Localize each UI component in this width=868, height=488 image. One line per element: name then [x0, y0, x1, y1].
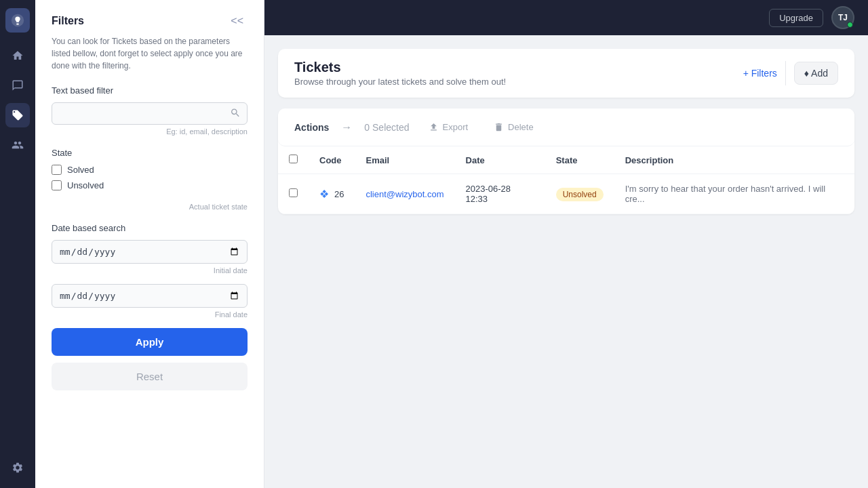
content-area: Upgrade TJ Tickets Browse through your l…: [264, 0, 868, 488]
state-badge: Unsolved: [556, 188, 604, 201]
sidebar-item-tags[interactable]: [5, 103, 30, 127]
select-all-col: [278, 146, 309, 174]
text-filter-label: Text based filter: [52, 85, 248, 96]
code-col-header: Code: [309, 146, 355, 174]
text-filter-hint: Eg: id, email, description: [52, 127, 248, 136]
row-email-cell: client@wizybot.com: [355, 174, 454, 214]
topbar: Upgrade TJ: [264, 0, 868, 35]
app-logo[interactable]: [5, 8, 30, 33]
row-code-cell: ❖ 26: [309, 174, 355, 214]
page-content: Tickets Browse through your latest ticke…: [264, 35, 868, 488]
table-row: ❖ 26 client@wizybot.com 2023-06-28 12:33: [278, 174, 854, 214]
filters-button[interactable]: + Filters: [743, 68, 777, 79]
final-date-input[interactable]: [52, 284, 248, 308]
text-filter-input[interactable]: [52, 102, 248, 125]
solved-checkbox[interactable]: [52, 165, 62, 175]
unsolved-label[interactable]: Unsolved: [67, 180, 104, 190]
row-description-cell: I'm sorry to hear that your order hasn't…: [614, 174, 854, 214]
main-layout: Filters << You can look for Tickets base…: [35, 0, 868, 488]
export-button[interactable]: Export: [422, 118, 475, 136]
tickets-title: Tickets: [294, 60, 506, 75]
description-text: I'm sorry to hear that your order hasn't…: [625, 184, 825, 204]
reset-button[interactable]: Reset: [52, 363, 248, 390]
email-col-header: Email: [355, 146, 454, 174]
apply-button[interactable]: Apply: [52, 328, 248, 356]
filter-title: Filters: [52, 15, 84, 27]
tickets-subtitle: Browse through your latest tickets and s…: [294, 77, 506, 87]
sidebar-item-users[interactable]: [5, 133, 30, 157]
state-section: State Solved Unsolved: [52, 148, 248, 190]
avatar-online-dot: [847, 22, 853, 28]
divider: [785, 61, 786, 85]
initial-date-hint: Initial date: [52, 266, 248, 274]
state-hint: Actual ticket state: [52, 203, 248, 211]
date-col-header: Date: [455, 146, 545, 174]
description-col-header: Description: [614, 146, 854, 174]
tickets-actions-right: + Filters ♦ Add: [743, 61, 838, 85]
unsolved-checkbox-row: Unsolved: [52, 180, 248, 190]
tickets-title-section: Tickets Browse through your latest ticke…: [294, 60, 506, 87]
actions-bar: Actions → 0 Selected Export Delete: [278, 108, 854, 146]
table-body: ❖ 26 client@wizybot.com 2023-06-28 12:33: [278, 174, 854, 214]
text-filter-wrapper: [52, 102, 248, 125]
table-header: Code Email Date State Description: [278, 146, 854, 174]
state-col-header: State: [545, 146, 614, 174]
sidebar-item-home[interactable]: [5, 43, 30, 68]
upgrade-button[interactable]: Upgrade: [769, 9, 823, 27]
search-button[interactable]: [230, 107, 241, 120]
filter-description: You can look for Tickets based on the pa…: [52, 35, 248, 72]
row-checkbox[interactable]: [289, 188, 298, 197]
filter-panel-header: Filters <<: [52, 14, 248, 28]
row-date-cell: 2023-06-28 12:33: [455, 174, 545, 214]
row-select-cell: [278, 174, 309, 214]
delete-button[interactable]: Delete: [487, 118, 540, 136]
filter-panel: Filters << You can look for Tickets base…: [35, 0, 264, 488]
sidebar-item-chat[interactable]: [5, 73, 30, 98]
avatar-initials: TJ: [838, 13, 848, 22]
avatar[interactable]: TJ: [831, 6, 854, 29]
tickets-header-card: Tickets Browse through your latest ticke…: [278, 49, 854, 98]
sidebar-item-settings[interactable]: [5, 455, 30, 480]
table-wrapper: Code Email Date State Description: [278, 146, 854, 214]
svg-rect-1: [16, 24, 19, 25]
tickets-table: Code Email Date State Description: [278, 146, 854, 214]
initial-date-input[interactable]: [52, 240, 248, 264]
ticket-code-value: 26: [334, 189, 344, 199]
sidebar: [0, 0, 35, 488]
final-date-hint: Final date: [52, 310, 248, 319]
state-label: State: [52, 148, 248, 158]
arrow-icon: →: [341, 121, 352, 134]
selected-count: 0 Selected: [364, 122, 409, 133]
row-state-cell: Unsolved: [545, 174, 614, 214]
tickets-table-card: Actions → 0 Selected Export Delete: [278, 108, 854, 214]
collapse-button[interactable]: <<: [226, 14, 248, 28]
email-link[interactable]: client@wizybot.com: [366, 189, 443, 199]
unsolved-checkbox[interactable]: [52, 180, 62, 190]
solved-label[interactable]: Solved: [67, 165, 94, 175]
tag-icon: ❖: [319, 188, 329, 201]
date-section-label: Date based search: [52, 223, 248, 233]
solved-checkbox-row: Solved: [52, 165, 248, 175]
date-section: Date based search Initial date Final dat…: [52, 223, 248, 319]
select-all-checkbox[interactable]: [289, 155, 298, 163]
add-button[interactable]: ♦ Add: [794, 62, 838, 85]
actions-label: Actions: [294, 122, 329, 133]
